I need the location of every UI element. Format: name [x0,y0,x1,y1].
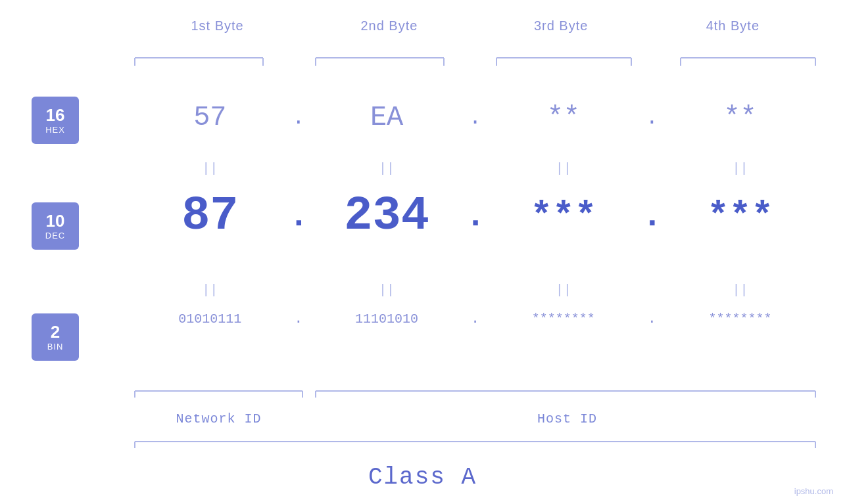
badge-bin-label: BIN [47,342,64,352]
badge-hex-label: HEX [45,125,65,135]
bin-dot-3: . [642,311,662,327]
hex-dot-2: . [466,106,485,130]
dec-byte-3: *** [485,195,642,237]
bin-byte-2: 11101010 [308,311,466,327]
hex-byte-1: 57 [132,102,289,133]
dec-dot-3: . [642,197,662,236]
col-header-2: 2nd Byte [303,18,475,34]
bin-byte-1: 01010111 [132,311,289,327]
dec-dot-1: . [289,197,308,236]
eq-2-3: || [485,283,642,298]
col-header-1: 1st Byte [132,18,303,34]
badge-bin-num: 2 [51,323,60,342]
eq-1-2: || [308,161,466,176]
hex-byte-2: EA [308,102,466,133]
class-label: Class A [0,464,845,491]
dec-row: 87 . 234 . *** . *** [132,189,819,243]
badge-hex: 16 HEX [32,97,79,144]
dec-byte-2: 234 [308,189,466,243]
bin-byte-3: ******** [485,311,642,327]
main-container: 16 HEX 10 DEC 2 BIN 1st Byte 2nd Byte 3r… [0,0,845,504]
bin-byte-4: ******** [662,311,819,327]
eq-2-2: || [308,283,466,298]
badge-dec-label: DEC [45,231,65,241]
column-headers: 1st Byte 2nd Byte 3rd Byte 4th Byte [132,18,819,34]
eq-1-1: || [132,161,289,176]
eq-1-4: || [662,161,819,176]
dec-byte-1: 87 [132,189,289,243]
bin-row: 01010111 . 11101010 . ******** . *******… [132,311,819,327]
badge-dec-num: 10 [46,212,65,231]
eq-2-4: || [662,283,819,298]
equals-row-2: || || || || [132,283,819,298]
watermark: ipshu.com [794,486,833,497]
dec-byte-4: *** [662,195,819,237]
eq-2-1: || [132,283,289,298]
badge-bin: 2 BIN [32,313,79,361]
hex-dot-3: . [642,106,662,130]
col-header-4: 4th Byte [647,18,819,34]
bin-dot-1: . [289,311,308,327]
col-header-3: 3rd Byte [475,18,647,34]
bin-dot-2: . [466,311,485,327]
badge-hex-num: 16 [46,106,65,125]
hex-byte-3: ** [485,102,642,133]
hex-byte-4: ** [662,102,819,133]
equals-row-1: || || || || [132,161,819,176]
host-id-label: Host ID [316,411,819,426]
hex-row: 57 . EA . ** . ** [132,102,819,133]
eq-1-3: || [485,161,642,176]
decorative-brackets [0,0,845,504]
badge-dec: 10 DEC [32,202,79,250]
network-id-label: Network ID [135,411,302,426]
dec-dot-2: . [466,197,485,236]
hex-dot-1: . [289,106,308,130]
